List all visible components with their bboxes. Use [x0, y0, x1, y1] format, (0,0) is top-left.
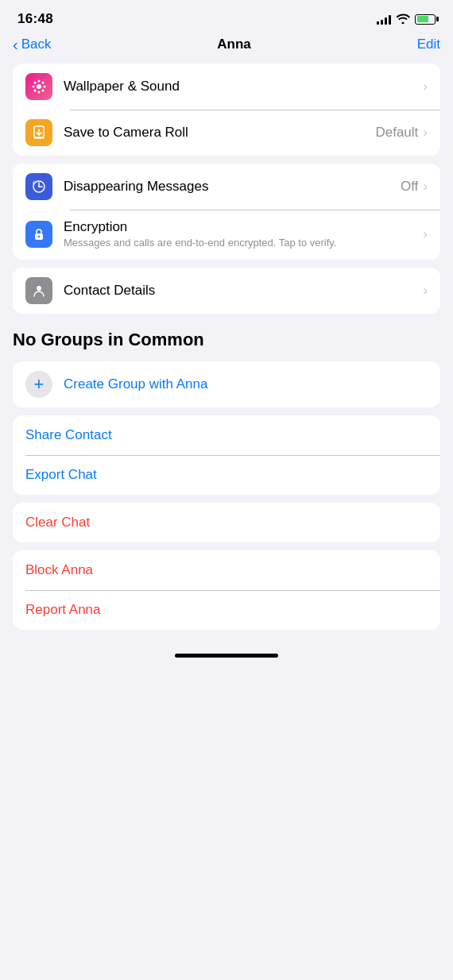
home-bar: [175, 654, 278, 658]
groups-header: No Groups in Common: [0, 322, 453, 361]
back-label: Back: [21, 37, 52, 52]
clear-chat-section: Clear Chat: [13, 503, 440, 542]
encryption-label: Encryption: [64, 219, 423, 235]
wifi-icon: [396, 13, 410, 26]
back-button[interactable]: ‹ Back: [13, 37, 51, 52]
share-contact-row[interactable]: Share Contact: [13, 415, 440, 455]
signal-icon: [377, 14, 391, 25]
disappearing-messages-icon: [25, 173, 52, 200]
save-camera-roll-row[interactable]: Save to Camera Roll Default ›: [13, 110, 440, 156]
wallpaper-icon: [25, 73, 52, 100]
chevron-icon: ›: [423, 179, 428, 195]
disappearing-messages-value: Off: [401, 179, 418, 195]
status-icons: [377, 13, 436, 26]
contact-details-row[interactable]: Contact Details ›: [13, 268, 440, 314]
encryption-row[interactable]: Encryption Messages and calls are end-to…: [13, 210, 440, 260]
encryption-subtitle: Messages and calls are end-to-end encryp…: [64, 237, 423, 250]
svg-point-1: [38, 80, 41, 83]
create-group-row[interactable]: + Create Group with Anna: [13, 361, 440, 407]
save-camera-icon: [25, 119, 52, 146]
svg-point-4: [44, 86, 46, 88]
svg-point-2: [38, 91, 41, 94]
report-anna-row[interactable]: Report Anna: [13, 590, 440, 630]
block-anna-label: Block Anna: [25, 562, 93, 578]
nav-bar: ‹ Back Anna Edit: [0, 33, 453, 64]
chevron-icon: ›: [423, 79, 428, 95]
svg-point-8: [42, 82, 45, 84]
share-contact-label: Share Contact: [25, 427, 112, 443]
svg-point-0: [37, 84, 41, 89]
svg-point-17: [37, 286, 41, 291]
edit-button[interactable]: Edit: [417, 37, 440, 52]
contact-section: Contact Details ›: [13, 268, 440, 314]
block-anna-row[interactable]: Block Anna: [13, 550, 440, 590]
report-anna-label: Report Anna: [25, 602, 101, 618]
encryption-icon: [25, 221, 52, 248]
home-indicator: [0, 638, 453, 666]
chevron-icon: ›: [423, 283, 428, 299]
status-bar: 16:48: [0, 0, 453, 33]
nav-title: Anna: [217, 37, 251, 52]
wallpaper-sound-label: Wallpaper & Sound: [64, 79, 423, 95]
block-report-section: Block Anna Report Anna: [13, 550, 440, 630]
export-chat-row[interactable]: Export Chat: [13, 455, 440, 495]
save-camera-value: Default: [375, 125, 418, 141]
disappearing-messages-label: Disappearing Messages: [64, 179, 401, 195]
disappearing-messages-row[interactable]: Disappearing Messages Off ›: [13, 164, 440, 210]
create-group-label: Create Group with Anna: [64, 376, 207, 392]
svg-point-7: [34, 90, 37, 92]
svg-point-16: [38, 236, 40, 237]
battery-icon: [415, 14, 436, 25]
status-time: 16:48: [17, 11, 53, 27]
blue-actions-section: Share Contact Export Chat: [13, 415, 440, 495]
clear-chat-row[interactable]: Clear Chat: [13, 503, 440, 542]
clear-chat-label: Clear Chat: [25, 515, 90, 531]
svg-point-3: [33, 86, 35, 88]
contact-details-label: Contact Details: [64, 283, 423, 299]
svg-point-5: [34, 82, 37, 84]
chevron-icon: ›: [423, 125, 428, 141]
contact-details-icon: [25, 277, 52, 304]
create-group-section: + Create Group with Anna: [13, 361, 440, 407]
export-chat-label: Export Chat: [25, 467, 97, 483]
chevron-icon: ›: [423, 226, 428, 242]
back-chevron-icon: ‹: [13, 37, 18, 52]
wallpaper-sound-row[interactable]: Wallpaper & Sound ›: [13, 64, 440, 110]
svg-point-6: [42, 90, 45, 92]
media-settings-section: Wallpaper & Sound › Save to Camera Roll …: [13, 64, 440, 156]
save-camera-label: Save to Camera Roll: [64, 125, 375, 141]
privacy-settings-section: Disappearing Messages Off › Encryption M…: [13, 164, 440, 260]
create-group-icon: +: [25, 371, 52, 398]
